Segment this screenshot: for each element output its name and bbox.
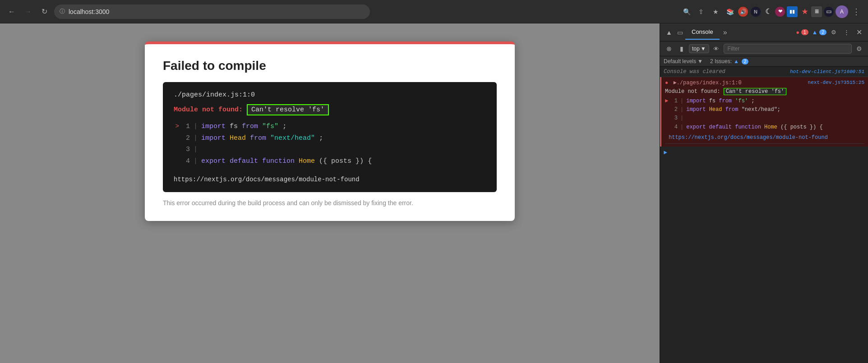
ext-icon-7[interactable]: ☰ — [811, 6, 822, 17]
forward-button[interactable]: → — [22, 5, 34, 18]
line-sep-4: | — [194, 156, 198, 167]
console-cleared-msg: Console was cleared hot-dev-client.js?16… — [660, 67, 868, 77]
error-card: Failed to compile ./pages/index.js:1:0 M… — [145, 41, 515, 221]
console-docs-link[interactable]: https://nextjs.org/docs/messages/module-… — [665, 132, 864, 144]
line-num-4: 4 — [183, 156, 190, 167]
context-selector[interactable]: top ▼ — [689, 44, 709, 53]
error-line: Module not found: Can't resolve 'fs' — [174, 104, 486, 115]
file-path: ./pages/index.js:1:0 — [174, 91, 486, 99]
url-text: localhost:3000 — [69, 8, 109, 15]
devtools-panel: ▲ ▭ Console » ● 1 ▲ 2 ⚙ ⋮ ✕ ⊗ ▮ — [660, 23, 868, 363]
line-num-1: 1 — [183, 121, 190, 133]
browser-chrome: ← → ↻ ⓘ localhost:3000 🔍 ⇪ ★ 📚 🔊 N ☾ ❤ ▮… — [0, 0, 868, 23]
code-link[interactable]: https://nextjs.org/docs/messages/module-… — [174, 176, 486, 183]
devtools-close-button[interactable]: ✕ — [854, 27, 864, 38]
share-icon-btn[interactable]: ⇪ — [695, 5, 707, 18]
code-lines: > 1 | import fs from "fs" ; — [174, 121, 486, 167]
code-line-1: > 1 | import fs from "fs" ; — [174, 121, 486, 133]
devtools-levels-bar: Default levels ▼ 2 Issues: ▲ 2 — [660, 56, 868, 67]
reload-button[interactable]: ↻ — [38, 5, 51, 18]
devtools-tab-icons: ● 1 ▲ 2 ⚙ ⋮ ✕ — [796, 27, 864, 38]
back-button[interactable]: ← — [5, 5, 18, 18]
line-num-2: 2 — [183, 133, 190, 144]
bookmarks-icon-btn[interactable]: 📚 — [724, 5, 736, 18]
more-menu-btn[interactable]: ⋮ — [850, 5, 863, 18]
console-error-msg: Module not found: Can't resolve 'fs' — [665, 88, 864, 95]
tab-more[interactable]: » — [720, 27, 731, 38]
ext-icon-3[interactable]: ☾ — [763, 7, 773, 17]
line-sep-3: | — [194, 144, 198, 156]
error-path: ►./pages/index.js:1:0 — [673, 80, 741, 86]
pause-icon[interactable]: ▮ — [676, 43, 687, 54]
devtools-device-icon[interactable]: ▭ — [674, 27, 685, 38]
bookmark-icon-btn[interactable]: ★ — [709, 5, 722, 18]
devtools-tabs: ▲ ▭ Console » ● 1 ▲ 2 ⚙ ⋮ ✕ — [660, 23, 868, 41]
error-badge: ● 1 — [796, 27, 808, 38]
devtools-inspect-icon[interactable]: ▲ — [664, 27, 674, 38]
console-error-highlight: Can't resolve 'fs' — [724, 88, 787, 95]
browser-icons: 🔍 ⇪ ★ 📚 🔊 N ☾ ❤ ▮▮ ★ ☰ ▭ A ⋮ — [680, 5, 863, 18]
line-code-1: import fs from "fs" ; — [201, 121, 286, 133]
eye-icon[interactable]: 👁 — [711, 43, 722, 54]
default-levels-button[interactable]: Default levels ▼ — [664, 58, 703, 64]
code-line-2: 2 | import Head from "next/head" ; — [174, 133, 486, 144]
console-code-line-1: ► 1 | import fs from 'fs' ; — [665, 97, 864, 106]
console-code-line-4: 4 | export default function Home ({ post… — [665, 123, 864, 132]
console-code-lines: ► 1 | import fs from 'fs' ; — [665, 97, 864, 132]
code-line-4: 4 | export default function Home ({ post… — [174, 156, 486, 167]
code-block: ./pages/index.js:1:0 Module not found: C… — [163, 82, 497, 192]
ext-icon-5[interactable]: ▮▮ — [787, 6, 798, 17]
error-message-box: Can't resolve 'fs' — [247, 104, 329, 115]
lock-icon: ⓘ — [60, 8, 65, 15]
ext-icon-6[interactable]: ★ — [799, 7, 809, 17]
error-circle-icon: ● — [665, 80, 668, 86]
error-label: Module not found: — [174, 106, 243, 114]
hot-dev-client-link[interactable]: hot-dev-client.js?1600:51 — [790, 69, 864, 74]
filter-settings-icon[interactable]: ⚙ — [854, 43, 864, 54]
devtools-settings-icon[interactable]: ⚙ — [828, 27, 839, 38]
issues-badge: 2 Issues: ▲ 2 — [710, 58, 748, 64]
line-code-2: import Head from "next/head" ; — [201, 133, 323, 144]
ext-icon-2[interactable]: N — [751, 7, 761, 17]
ext-icon-4[interactable]: ❤ — [775, 7, 785, 17]
console-filter-input[interactable] — [724, 44, 852, 54]
console-code-line-2: 2 | import Head from "next/head"; — [665, 106, 864, 114]
line-code-4: export default function Home ({ posts })… — [201, 156, 372, 167]
console-error-header: ● ►./pages/index.js:1:0 next-dev.js?3515… — [665, 80, 864, 86]
code-line-3: 3 | — [174, 144, 486, 156]
devtools-console: Console was cleared hot-dev-client.js?16… — [660, 67, 868, 363]
line-sep-1: | — [194, 121, 198, 133]
line-sep-2: | — [194, 133, 198, 144]
main-area: Failed to compile ./pages/index.js:1:0 M… — [0, 23, 868, 363]
error-footer: This error occurred during the build pro… — [163, 199, 497, 207]
console-prompt[interactable]: ► — [660, 147, 868, 159]
devtools-more-icon[interactable]: ⋮ — [841, 27, 852, 38]
search-icon-btn[interactable]: 🔍 — [680, 5, 693, 18]
warning-badge: ▲ 2 — [812, 27, 826, 38]
line-num-3: 3 — [183, 144, 190, 156]
ext-icon-1[interactable]: 🔊 — [738, 7, 748, 17]
ext-icon-8[interactable]: ▭ — [824, 7, 834, 17]
devtools-toolbar: ⊗ ▮ top ▼ 👁 ⚙ — [660, 41, 868, 56]
console-error-block: ● ►./pages/index.js:1:0 next-dev.js?3515… — [660, 77, 868, 147]
avatar-icon-btn[interactable]: A — [836, 5, 848, 18]
error-title: Failed to compile — [163, 59, 497, 73]
page-content: Failed to compile ./pages/index.js:1:0 M… — [0, 23, 660, 363]
error-file-link[interactable]: next-dev.js?3515:25 — [808, 80, 864, 85]
tab-console[interactable]: Console — [685, 25, 720, 40]
address-bar[interactable]: ⓘ localhost:3000 — [54, 5, 370, 19]
line-arrow-1: > — [174, 121, 179, 132]
console-error-left: ● ►./pages/index.js:1:0 — [665, 80, 742, 86]
console-code-line-3: 3 | — [665, 114, 864, 123]
clear-console-icon[interactable]: ⊗ — [664, 43, 674, 54]
